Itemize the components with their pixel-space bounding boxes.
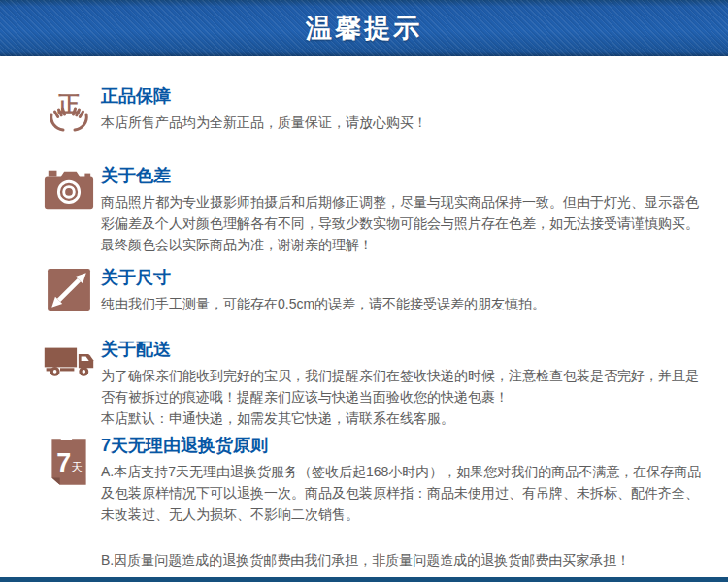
tip-section-shipping: 关于配送 为了确保亲们能收到完好的宝贝，我们提醒亲们在签收快递的时候，注意检查包…: [43, 339, 711, 429]
calendar-7day-icon: 7 天: [43, 435, 95, 489]
tip-body-line: 本店默认：申通快递，如需发其它快递，请联系在线客服。: [101, 407, 711, 429]
truck-icon: [43, 339, 95, 393]
size-arrow-icon: [43, 267, 95, 321]
tip-body-line: 本店所售产品均为全新正品，质量保证，请放心购买！: [101, 112, 711, 133]
page-title: 温馨提示: [0, 0, 728, 56]
tip-body-line: 最终颜色会以实际商品为准，谢谢亲的理解！: [101, 234, 711, 255]
tip-body-line: 商品照片都为专业摄影师拍摄后和后期修正调整，尽量与现实商品保持一致。但由于灯光、…: [101, 191, 711, 234]
tip-title: 关于色差: [101, 165, 711, 186]
tip-section-color: 关于色差 商品照片都为专业摄影师拍摄后和后期修正调整，尽量与现实商品保持一致。但…: [43, 165, 711, 255]
tip-body-line: B.因质量问题造成的退换货邮费由我们承担，非质量问题造成的退换货邮费由买家承担！: [101, 549, 711, 570]
tip-section-genuine: 正 正品保障 本店所售产品均为全新正品，质量保证，请放心购买！: [43, 85, 711, 140]
genuine-seal-icon: 正: [43, 85, 95, 140]
tip-title: 正品保障: [101, 85, 711, 107]
tip-section-returns: 7 天 7天无理由退换货原则 A.本店支持7天无理由退换货服务（签收后起168小…: [43, 435, 711, 570]
tip-title: 关于尺寸: [101, 267, 711, 288]
tip-body-line: 为了确保亲们能收到完好的宝贝，我们提醒亲们在签收快递的时候，注意检查包装是否完好…: [101, 365, 711, 407]
camera-icon: [43, 165, 95, 219]
tip-body-line: A.本店支持7天无理由退换货服务（签收后起168小时内），如果您对我们的商品不满…: [101, 461, 711, 525]
warm-tips-page: 温馨提示 正: [0, 0, 728, 586]
footer-divider: [0, 577, 728, 582]
tip-section-size: 关于尺寸 纯由我们手工测量，可能存在0.5cm的误差，请不能接受误差的朋友慎拍。: [43, 267, 711, 321]
calendar-number: 7: [56, 448, 71, 477]
tip-title: 7天无理由退换货原则: [101, 435, 711, 456]
tip-body-line: 纯由我们手工测量，可能存在0.5cm的误差，请不能接受误差的朋友慎拍。: [101, 293, 711, 314]
header-band: 温馨提示: [0, 0, 728, 56]
tips-content: 正 正品保障 本店所售产品均为全新正品，质量保证，请放心购买！: [0, 56, 728, 570]
calendar-unit: 天: [72, 461, 83, 472]
tip-title: 关于配送: [101, 339, 711, 360]
